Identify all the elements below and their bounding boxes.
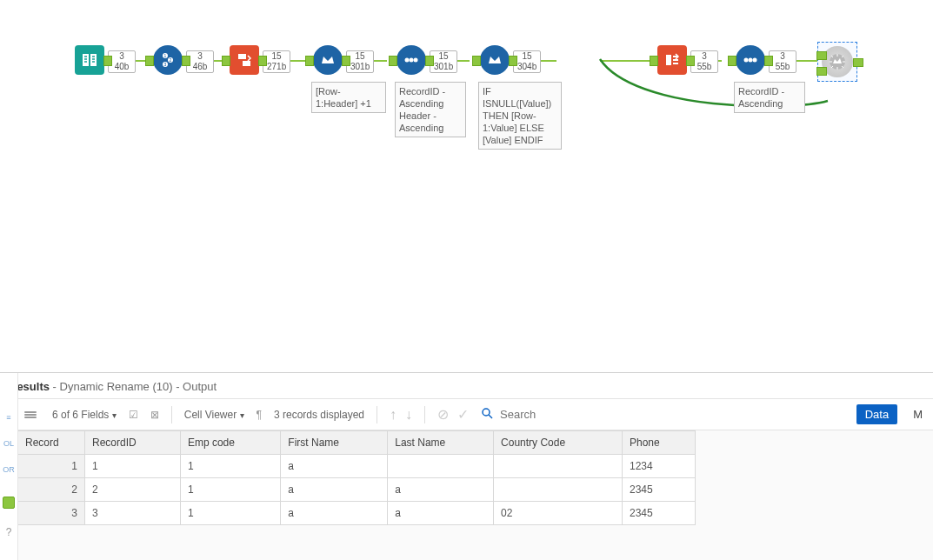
tool-cross-tab[interactable]: 3 55b bbox=[657, 45, 718, 75]
connector bbox=[600, 60, 652, 62]
cross-tab-icon bbox=[657, 45, 687, 75]
tool-browse-selected[interactable] bbox=[817, 42, 857, 82]
svg-point-14 bbox=[753, 58, 757, 63]
arrow-down-icon[interactable]: ↓ bbox=[405, 407, 412, 423]
multi-row-formula-icon bbox=[480, 45, 510, 75]
svg-text:3: 3 bbox=[164, 62, 167, 67]
close-fields-icon[interactable]: ⊠ bbox=[150, 409, 159, 421]
svg-line-25 bbox=[489, 415, 492, 418]
col-country-code[interactable]: Country Code bbox=[494, 431, 623, 455]
tool-annotation: IF ISNULL([Value]) THEN [Row-1:Value] EL… bbox=[478, 82, 562, 150]
svg-point-13 bbox=[749, 58, 753, 63]
svg-point-8 bbox=[405, 58, 410, 63]
fields-dropdown[interactable]: 6 of 6 Fields ▾ bbox=[52, 409, 117, 421]
results-subtitle: - Dynamic Rename (10) - Output bbox=[50, 380, 217, 393]
results-panel: Results - Dynamic Rename (10) - Output ≡… bbox=[0, 372, 933, 560]
record-id-icon: 123 bbox=[153, 45, 183, 75]
transpose-icon bbox=[230, 45, 259, 75]
tool-record-id[interactable]: 123 3 46b bbox=[153, 45, 214, 75]
svg-text:1: 1 bbox=[164, 53, 167, 58]
tool-annotation: [Row-1:Header] +1 bbox=[311, 82, 386, 113]
records-count: 3 records displayed bbox=[274, 409, 364, 421]
cancel-icon[interactable]: ⊘ bbox=[437, 406, 449, 423]
workflow-canvas[interactable]: 3 40b 123 3 46b 15 271b bbox=[0, 0, 933, 348]
gutter-output-anchor[interactable] bbox=[3, 497, 15, 509]
col-phone[interactable]: Phone bbox=[622, 431, 695, 455]
results-gutter: ≡ OL OR ? bbox=[0, 373, 18, 560]
svg-rect-6 bbox=[238, 54, 246, 59]
tool-annotation: RecordID - Ascending bbox=[734, 82, 805, 113]
col-emp-code[interactable]: Emp code bbox=[180, 431, 280, 455]
apply-icon[interactable]: ✓ bbox=[457, 406, 469, 423]
col-record[interactable]: Record bbox=[18, 431, 85, 455]
col-last-name[interactable]: Last Name bbox=[388, 431, 494, 455]
search-box[interactable] bbox=[481, 407, 580, 422]
sort-icon bbox=[736, 45, 765, 75]
fields-icon bbox=[24, 411, 37, 418]
arrow-up-icon[interactable]: ↑ bbox=[390, 407, 397, 423]
gutter-ol: OL bbox=[3, 439, 14, 448]
results-toolbar: 6 of 6 Fields ▾ ☑ ⊠ Cell Viewer ▾ ¶ 3 re… bbox=[17, 399, 933, 430]
table-row[interactable]: 3 3 1 a a 02 2345 bbox=[18, 502, 696, 525]
svg-rect-7 bbox=[243, 61, 250, 66]
help-icon[interactable]: ? bbox=[6, 526, 12, 538]
pilcrow-icon[interactable]: ¶ bbox=[257, 409, 262, 421]
tool-multi-row-formula[interactable]: 15 301b bbox=[313, 45, 374, 75]
table-row[interactable]: 1 1 1 a 1234 bbox=[18, 455, 696, 478]
search-input[interactable] bbox=[498, 407, 580, 422]
tool-annotation: RecordID - Ascending Header - Ascending bbox=[395, 82, 466, 137]
data-tab-button[interactable]: Data bbox=[856, 404, 897, 424]
tool-sort[interactable]: 3 55b bbox=[736, 45, 796, 75]
svg-text:2: 2 bbox=[170, 57, 172, 63]
text-input-icon bbox=[75, 45, 104, 75]
connector-curve bbox=[600, 59, 843, 120]
svg-rect-11 bbox=[666, 55, 671, 65]
col-first-name[interactable]: First Name bbox=[281, 431, 388, 455]
tool-text-input[interactable]: 3 40b bbox=[75, 45, 136, 75]
results-grid[interactable]: Record RecordID Emp code First Name Last… bbox=[17, 430, 696, 525]
results-header: Results - Dynamic Rename (10) - Output bbox=[0, 373, 933, 399]
search-icon bbox=[481, 407, 493, 422]
gutter-or: OR bbox=[3, 465, 15, 474]
tool-transpose[interactable]: 15 271b bbox=[230, 45, 290, 75]
svg-point-24 bbox=[483, 409, 490, 416]
tool-multi-row-formula[interactable]: 15 304b bbox=[480, 45, 541, 75]
svg-point-9 bbox=[410, 58, 414, 63]
tool-sort[interactable]: 15 301b bbox=[397, 45, 457, 75]
checkbox-icon[interactable]: ☑ bbox=[129, 409, 138, 421]
cell-viewer-dropdown[interactable]: Cell Viewer ▾ bbox=[184, 409, 244, 421]
table-row[interactable]: 2 2 1 a a 2345 bbox=[18, 478, 696, 502]
svg-point-10 bbox=[414, 58, 418, 63]
grid-header-row: Record RecordID Emp code First Name Last… bbox=[18, 431, 696, 455]
metadata-tab-button[interactable]: M bbox=[910, 404, 926, 424]
multi-row-formula-icon bbox=[313, 45, 343, 75]
gutter-label: ≡ bbox=[6, 413, 10, 422]
sort-icon bbox=[397, 45, 426, 75]
svg-point-12 bbox=[744, 58, 749, 63]
col-recordid[interactable]: RecordID bbox=[85, 431, 181, 455]
